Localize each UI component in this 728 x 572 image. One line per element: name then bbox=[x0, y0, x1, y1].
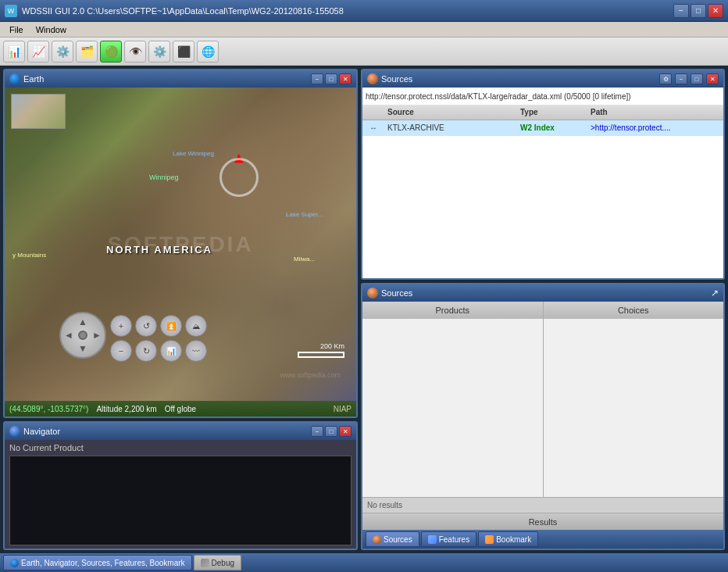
row-source: KTLX-ARCHIVE bbox=[384, 123, 520, 132]
url-text: http://tensor.protect.nssl/data/KTLX-lar… bbox=[366, 92, 631, 101]
sources-top-titlebar-left: Sources bbox=[367, 73, 412, 84]
nav-controls: ▲ ▼ ◄ ► bbox=[59, 312, 106, 362]
choices-list[interactable] bbox=[544, 319, 724, 497]
north-america-label: NORTH AMERICA bbox=[106, 244, 212, 256]
tab-features-label: Features bbox=[439, 535, 469, 544]
choices-header: Choices bbox=[544, 302, 724, 319]
table-row[interactable]: ↔ KTLX-ARCHIVE W2 Index >http://tensor.p… bbox=[362, 120, 723, 136]
sources-top-minimize-btn[interactable]: − bbox=[675, 73, 687, 84]
navigator-display bbox=[9, 456, 352, 545]
toolbar-btn-8[interactable]: ⬛ bbox=[173, 41, 194, 63]
zoom-controls: + ↺ ⏫ ⛰ − ↻ 📊 〰 bbox=[110, 315, 207, 362]
sources-top-close-btn[interactable]: ✕ bbox=[706, 73, 719, 84]
toolbar-btn-9[interactable]: 🌐 bbox=[197, 41, 219, 63]
zoom-minus-btn[interactable]: − bbox=[110, 340, 132, 362]
earth-globe-icon bbox=[9, 73, 20, 84]
right-panel: Sources ⚙ − □ ✕ http://tensor.protect.ns… bbox=[361, 66, 728, 553]
earth-maximize-btn[interactable]: □ bbox=[325, 73, 337, 84]
zoom-row1: + ↺ ⏫ ⛰ bbox=[110, 315, 207, 337]
tab-sources-label: Sources bbox=[384, 535, 412, 544]
sources-bottom-expand-btn[interactable]: ↗ bbox=[711, 288, 719, 299]
debug-tab[interactable]: Debug bbox=[194, 555, 241, 570]
navigator-icon bbox=[9, 426, 20, 437]
nmap-label: NIAP bbox=[334, 405, 352, 413]
main-content: Earth − □ ✕ SOFTPEDIA www.softpedia.com … bbox=[0, 66, 728, 553]
sources-top-gear-btn[interactable]: ⚙ bbox=[659, 73, 672, 84]
sources-top-icon bbox=[367, 73, 378, 84]
main-tab-icon bbox=[10, 559, 19, 567]
rotate-left-btn[interactable]: ↺ bbox=[135, 315, 157, 337]
earth-status-bar: (44.5089°, -103.5737°) Altitude 2,200 km… bbox=[5, 401, 356, 416]
zoom-plus-btn[interactable]: + bbox=[110, 315, 132, 337]
products-list[interactable] bbox=[362, 319, 544, 497]
sources-top-title: Sources bbox=[381, 74, 412, 84]
navigator-title: Navigator bbox=[23, 427, 60, 436]
navigator-minimize-btn[interactable]: − bbox=[311, 426, 323, 437]
earth-window: Earth − □ ✕ SOFTPEDIA www.softpedia.com … bbox=[3, 69, 358, 418]
compass[interactable]: ▲ ▼ ◄ ► bbox=[59, 312, 106, 359]
tab-bookmark-icon bbox=[485, 535, 494, 544]
results-text: Results bbox=[529, 517, 558, 527]
tab-features-icon bbox=[428, 535, 437, 544]
title-controls: − □ ✕ bbox=[673, 4, 723, 18]
row-type: W2 Index bbox=[520, 123, 591, 132]
mountain-btn[interactable]: ⛰ bbox=[185, 315, 207, 337]
tilt-up-btn[interactable]: ⏫ bbox=[160, 315, 182, 337]
sources-bottom-window: Sources ↗ Products Choices No results Re… bbox=[361, 283, 725, 550]
milwa-label: Milwa... bbox=[294, 256, 315, 263]
toolbar-btn-2[interactable]: 📈 bbox=[27, 41, 49, 63]
compass-center bbox=[78, 331, 87, 340]
stats-btn[interactable]: 📊 bbox=[160, 340, 182, 362]
softpedia-url: www.softpedia.com bbox=[280, 371, 341, 379]
title-bar: W WDSSII GUI 2.0 C:\Users\SOFTPE~1\AppDa… bbox=[0, 0, 728, 22]
sources-top-maximize-btn[interactable]: □ bbox=[691, 73, 703, 84]
earth-titlebar: Earth − □ ✕ bbox=[5, 70, 356, 88]
maximize-button[interactable]: □ bbox=[691, 4, 706, 18]
tab-bookmark[interactable]: Bookmark bbox=[478, 531, 538, 547]
left-panel: Earth − □ ✕ SOFTPEDIA www.softpedia.com … bbox=[0, 66, 361, 553]
navigator-maximize-btn[interactable]: □ bbox=[325, 426, 337, 437]
toolbar-btn-5[interactable]: 🟢 bbox=[100, 41, 122, 63]
products-choices-content bbox=[362, 319, 723, 497]
earth-close-btn[interactable]: ✕ bbox=[339, 73, 352, 84]
lake-superior-label: Lake Super... bbox=[286, 211, 323, 218]
sources-top-titlebar: Sources ⚙ − □ ✕ bbox=[362, 70, 723, 88]
earth-minimize-btn[interactable]: − bbox=[311, 73, 323, 84]
main-tab[interactable]: Earth, Navigator, Sources, Features, Boo… bbox=[3, 555, 192, 570]
rocky-mountains-label: y Mountains bbox=[12, 252, 46, 259]
toolbar-btn-7[interactable]: ⚙️ bbox=[148, 41, 170, 63]
tab-sources[interactable]: Sources bbox=[366, 531, 419, 547]
sources-bottom-titlebar-left: Sources bbox=[367, 288, 412, 299]
earth-titlebar-icons: − □ ✕ bbox=[311, 73, 352, 84]
col-type-header: Type bbox=[520, 108, 591, 116]
title-bar-left: W WDSSII GUI 2.0 C:\Users\SOFTPE~1\AppDa… bbox=[5, 5, 344, 17]
close-button[interactable]: ✕ bbox=[708, 4, 723, 18]
menu-file[interactable]: File bbox=[3, 23, 30, 36]
map-area[interactable]: SOFTPEDIA www.softpedia.com Lake Winnipe… bbox=[5, 88, 356, 401]
bottom-bar: Earth, Navigator, Sources, Features, Boo… bbox=[0, 553, 728, 572]
toolbar-btn-3[interactable]: ⚙️ bbox=[52, 41, 73, 63]
minimap bbox=[11, 94, 66, 129]
navigator-close-btn[interactable]: ✕ bbox=[339, 426, 352, 437]
altitude-display: Altitude 2,200 km bbox=[96, 405, 156, 413]
wave-btn[interactable]: 〰 bbox=[185, 340, 207, 362]
sources-bottom-titlebar: Sources ↗ bbox=[362, 284, 723, 302]
minimize-button[interactable]: − bbox=[673, 4, 689, 18]
sources-tab-strip: Sources Features Bookmark bbox=[362, 530, 723, 549]
row-icon: ↔ bbox=[362, 123, 384, 132]
minimap-inner bbox=[12, 95, 65, 128]
navigator-titlebar: Navigator − □ ✕ bbox=[5, 423, 356, 440]
sources-table-body: ↔ KTLX-ARCHIVE W2 Index >http://tensor.p… bbox=[362, 120, 723, 278]
toolbar-btn-6[interactable]: 👁️ bbox=[124, 41, 146, 63]
rotate-right-btn[interactable]: ↻ bbox=[135, 340, 157, 362]
scale-line bbox=[298, 352, 344, 358]
toolbar-btn-4[interactable]: 🗂️ bbox=[76, 41, 98, 63]
earth-titlebar-left: Earth bbox=[9, 73, 44, 84]
circle-target bbox=[219, 158, 259, 197]
toolbar-btn-1[interactable]: 📊 bbox=[3, 41, 25, 63]
menu-window[interactable]: Window bbox=[30, 23, 73, 36]
url-bar: http://tensor.protect.nssl/data/KTLX-lar… bbox=[362, 88, 723, 105]
lake-winnipeg-label: Lake Winnipeg bbox=[173, 150, 214, 157]
tab-features[interactable]: Features bbox=[421, 531, 476, 547]
sources-bottom-title: Sources bbox=[381, 288, 412, 298]
